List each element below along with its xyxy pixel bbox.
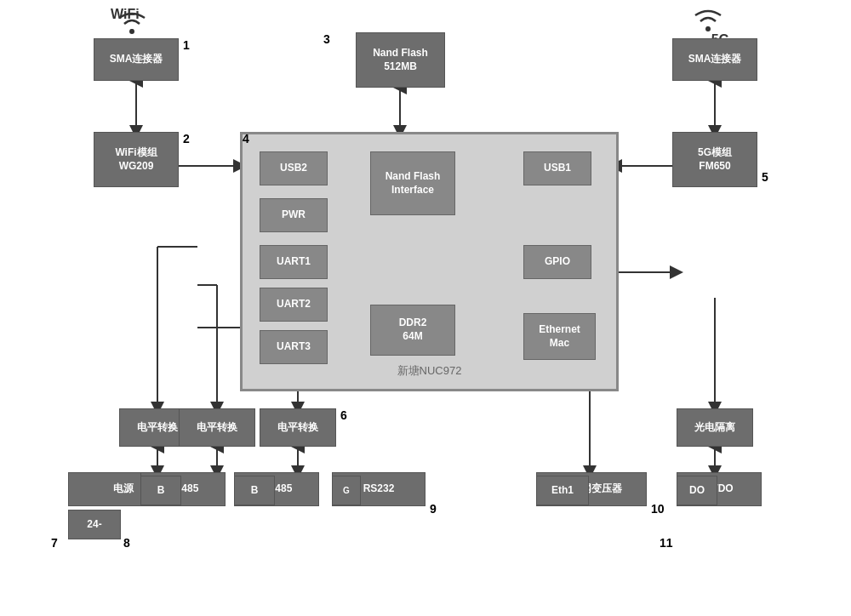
level-conv3-box: 电平转换: [260, 408, 336, 447]
gpio-box: GPIO: [523, 245, 591, 279]
num5: 5: [762, 170, 768, 184]
opt-isolation-box: 光电隔离: [677, 408, 753, 447]
diagram: WiFi 5G SMA连接器 1 WiFi模组WG209 2 Nand Flas…: [0, 0, 851, 616]
num7: 7: [51, 536, 58, 550]
eth-mac-box: EthernetMac: [523, 313, 596, 360]
uart2-box: UART2: [260, 288, 328, 322]
num2: 2: [183, 132, 190, 145]
usb1-box: USB1: [523, 151, 591, 185]
sma1-box: SMA连接器: [94, 38, 179, 81]
num4: 4: [243, 132, 249, 145]
nand-interface-box: Nand FlashInterface: [370, 151, 455, 215]
num11: 11: [660, 536, 673, 550]
num3: 3: [323, 32, 330, 46]
svg-point-27: [705, 26, 711, 31]
num8: 8: [123, 536, 130, 550]
usb2-box: USB2: [260, 151, 328, 185]
num9: 9: [430, 502, 437, 516]
num6: 6: [340, 408, 347, 422]
num1: 1: [183, 38, 190, 52]
chip-label: 新塘NUC972: [397, 363, 462, 379]
ddr2-box: DDR264M: [370, 305, 455, 356]
pwr-box: PWR: [260, 198, 328, 232]
5g-module-box: 5G模组FM650: [672, 132, 757, 187]
main-chip: 新塘NUC972 USB2 PWR UART1 UART2 UART3 Nand…: [240, 132, 619, 391]
do-box: DO: [677, 476, 717, 505]
num10: 10: [651, 502, 665, 516]
power-24minus: 24-: [68, 510, 121, 539]
svg-point-26: [129, 29, 134, 34]
uart1-box: UART1: [260, 245, 328, 279]
nand-flash-box: Nand Flash512MB: [356, 32, 445, 88]
sma2-box: SMA连接器: [672, 38, 757, 81]
eth1-box: Eth1: [536, 476, 589, 505]
wifi-label: WiFi: [111, 7, 140, 22]
rs232-g: G: [332, 476, 361, 505]
level-conv2-box: 电平转换: [179, 408, 255, 447]
rs485-1-b: B: [140, 476, 181, 505]
uart3-box: UART3: [260, 330, 328, 364]
rs485-2-b: B: [234, 476, 275, 505]
wifi-module-box: WiFi模组WG209: [94, 132, 179, 187]
